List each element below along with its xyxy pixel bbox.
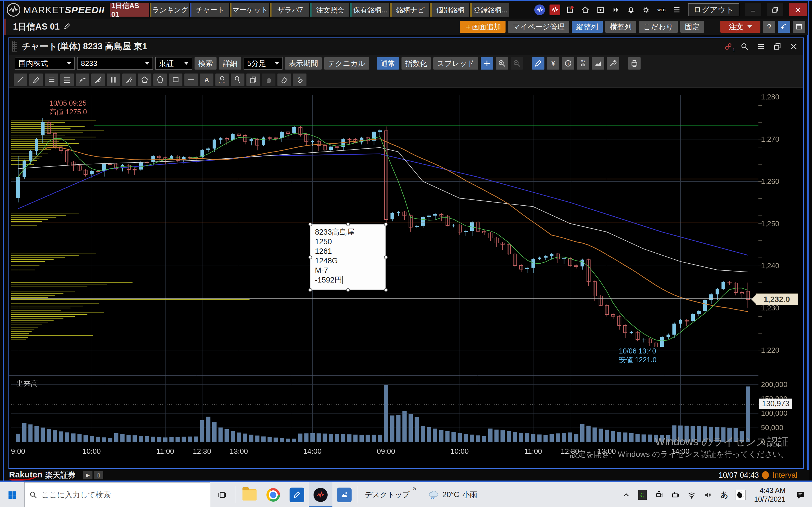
- resize-handle[interactable]: [346, 288, 350, 292]
- taskbar-clock[interactable]: 4:43 AM 10/7/2021: [750, 486, 790, 504]
- ticker-led-icon[interactable]: [635, 490, 650, 500]
- chrome-button[interactable]: [261, 482, 285, 507]
- desktop-toolbar[interactable]: デスクトップ »: [360, 482, 421, 507]
- stamp-icon[interactable]: ICON: [215, 73, 229, 86]
- chart-style-button[interactable]: [592, 57, 604, 69]
- panel-search-icon[interactable]: [740, 41, 750, 52]
- fib-arcs-icon[interactable]: [76, 73, 89, 86]
- hlines3-icon[interactable]: [45, 73, 58, 86]
- technical-button[interactable]: テクニカル: [324, 57, 369, 69]
- hatch-pencil-icon[interactable]: [29, 73, 43, 86]
- chart-note-box[interactable]: 8233高島屋125012611248GM-7-1592円: [310, 224, 386, 290]
- gear-icon[interactable]: [641, 4, 652, 15]
- info-button[interactable]: i: [562, 57, 574, 69]
- add-screen-button[interactable]: ＋画面追加: [460, 21, 506, 33]
- draw-pencil-button[interactable]: [532, 57, 545, 69]
- main-tab-0[interactable]: 1日信AS 01: [110, 3, 149, 17]
- speaker-icon[interactable]: [701, 491, 715, 499]
- taskbar-search-input[interactable]: ここに入力して検索: [24, 482, 210, 507]
- battery-icon[interactable]: [668, 491, 682, 499]
- action-center-button[interactable]: [792, 490, 809, 499]
- indexed-mode-button[interactable]: 指数化: [402, 57, 431, 69]
- panel-close-icon[interactable]: [789, 41, 799, 52]
- camera-icon[interactable]: [652, 491, 666, 499]
- notes-app-button[interactable]: [285, 482, 309, 507]
- chevrons-icon[interactable]: »: [413, 485, 416, 492]
- symbol-code-input[interactable]: 8233: [77, 57, 153, 69]
- pointer-icon[interactable]: [231, 73, 245, 86]
- help-button[interactable]: ?: [763, 21, 775, 33]
- vertical-align-button[interactable]: 縦整列: [572, 21, 603, 33]
- main-tab-9[interactable]: 登録銘柄...: [470, 3, 509, 17]
- resize-handle[interactable]: [308, 223, 312, 226]
- zoom-in-button[interactable]: [496, 57, 508, 69]
- eraser-icon[interactable]: [277, 73, 291, 86]
- media-icon[interactable]: [610, 4, 621, 15]
- fixed-button[interactable]: 固定: [680, 21, 704, 33]
- marketspeed-app-button[interactable]: [309, 482, 333, 507]
- my-chart-button[interactable]: MY: [577, 57, 589, 69]
- close-button[interactable]: [789, 3, 807, 16]
- task-view-button[interactable]: [210, 482, 234, 507]
- mouse-utility-icon[interactable]: [733, 490, 748, 500]
- settings-wrench-button[interactable]: [607, 57, 619, 69]
- ime-mode-indicator[interactable]: あ: [717, 490, 732, 500]
- eraser-text-icon[interactable]: A: [293, 73, 306, 86]
- print-button[interactable]: [628, 57, 641, 69]
- fan-lines-icon[interactable]: [91, 73, 105, 86]
- chart-area[interactable]: 10/05 09:25 高値 1275.0 10/06 13:40 安値 122…: [9, 88, 803, 468]
- duplicate-icon[interactable]: [246, 73, 260, 86]
- link-group-icon[interactable]: 1: [723, 41, 733, 52]
- ellipse-icon[interactable]: [153, 73, 167, 86]
- main-tab-4[interactable]: ザラバ7: [270, 3, 309, 17]
- price-volume-chart[interactable]: [9, 88, 803, 468]
- wifi-icon[interactable]: [684, 491, 699, 499]
- order-button[interactable]: 注文: [720, 21, 760, 33]
- resize-handle[interactable]: [346, 223, 350, 226]
- pitchfork-icon[interactable]: [122, 73, 136, 86]
- main-tab-2[interactable]: チャート: [190, 3, 229, 17]
- desktop-toolbar-label[interactable]: デスクトップ: [365, 490, 410, 500]
- alert-icon[interactable]: !: [565, 4, 575, 15]
- chart-red-icon[interactable]: [550, 4, 560, 15]
- horizontal-align-button[interactable]: 横整列: [605, 21, 637, 33]
- hand-icon[interactable]: [262, 73, 275, 86]
- resize-handle[interactable]: [308, 288, 312, 292]
- logout-button[interactable]: ログアウト: [688, 3, 739, 16]
- trendline-icon[interactable]: [14, 73, 28, 86]
- popout-button[interactable]: [793, 21, 805, 33]
- spread-mode-button[interactable]: スプレッド: [434, 57, 478, 69]
- panel-restore-icon[interactable]: [772, 41, 782, 52]
- main-tab-1[interactable]: ランキング: [150, 3, 189, 17]
- home-icon[interactable]: [580, 4, 591, 15]
- exchange-select[interactable]: 東証: [155, 57, 192, 69]
- resize-handle[interactable]: [384, 256, 388, 259]
- web-icon[interactable]: WEB: [656, 4, 667, 15]
- yen-display-button[interactable]: ¥: [547, 57, 559, 69]
- link-jump-button[interactable]: [778, 21, 790, 33]
- rectangle-icon[interactable]: [169, 73, 183, 86]
- minimize-button[interactable]: [745, 3, 761, 16]
- interval-select[interactable]: 5分足: [244, 57, 283, 69]
- chart-blue-icon[interactable]: [534, 4, 545, 15]
- main-tab-8[interactable]: 個別銘柄: [430, 3, 469, 17]
- photos-app-button[interactable]: [333, 482, 356, 507]
- tray-expand-icon[interactable]: [619, 491, 633, 499]
- panel-menu-icon[interactable]: [756, 41, 766, 52]
- crosshair-button[interactable]: [481, 57, 493, 69]
- expand-button[interactable]: ▶: [83, 471, 93, 480]
- start-button[interactable]: [0, 482, 24, 507]
- normal-mode-button[interactable]: 通常: [377, 57, 399, 69]
- drag-handle-icon[interactable]: [12, 41, 17, 52]
- restore-button[interactable]: [767, 3, 783, 16]
- window-add-icon[interactable]: [595, 4, 606, 15]
- pentagon-icon[interactable]: [138, 73, 151, 86]
- period-button[interactable]: 表示期間: [285, 57, 322, 69]
- mypage-manage-button[interactable]: マイページ管理: [508, 21, 569, 33]
- edit-workspace-icon[interactable]: [63, 22, 71, 31]
- main-tab-5[interactable]: 注文照会: [310, 3, 349, 17]
- zoom-out-button[interactable]: [511, 57, 523, 69]
- bell-icon[interactable]: [626, 4, 637, 15]
- menu-icon[interactable]: [671, 4, 682, 15]
- resize-handle[interactable]: [384, 223, 388, 226]
